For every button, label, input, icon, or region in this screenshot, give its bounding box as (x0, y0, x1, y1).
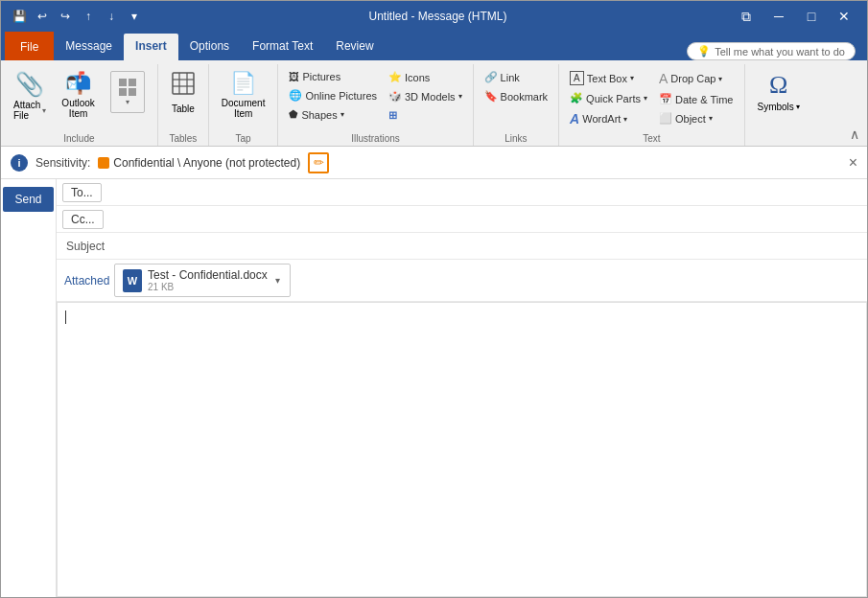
shapes-dropdown-icon: ▾ (340, 110, 344, 119)
to-btn[interactable]: To... (62, 183, 102, 202)
tab-message[interactable]: Message (54, 34, 124, 60)
table-btn[interactable]: Table (164, 66, 202, 119)
symbols-dropdown-icon: ▾ (796, 103, 800, 111)
outlook-item-icon: 📬 (65, 71, 91, 96)
cc-row: Cc... (57, 206, 867, 233)
tab-options[interactable]: Options (178, 34, 241, 60)
text-box-dropdown-icon: ▾ (630, 74, 634, 82)
document-item-btn[interactable]: 📄 DocumentItem (215, 66, 272, 124)
word-icon: W (123, 269, 142, 292)
send-btn[interactable]: Send (3, 187, 53, 212)
illustrations-label: Illustrations (278, 133, 472, 144)
illustrations-group-content: 🖼 Pictures 🌐 Online Pictures ⬟ Shapes ▾ (284, 64, 466, 130)
wordart-btn[interactable]: A WordArt ▾ (565, 108, 652, 129)
attachment-info: Test - Confidential.docx 21 KB (148, 268, 268, 292)
sensitivity-value: Confidential \ Anyone (not protected) (98, 156, 300, 170)
links-group-content: 🔗 Link 🔖 Bookmark (480, 64, 553, 130)
attachment-name: Test - Confidential.docx (148, 268, 268, 282)
drop-cap-dropdown-icon: ▾ (718, 75, 722, 83)
icons-btn[interactable]: ⭐ Icons (384, 68, 467, 86)
attachment-dropdown-btn[interactable]: ▾ (273, 275, 282, 286)
text-group-content: A Text Box ▾ 🧩 Quick Parts ▾ A WordArt ▾ (565, 64, 738, 131)
ribbon-group-text: A Text Box ▾ 🧩 Quick Parts ▾ A WordArt ▾ (559, 64, 744, 146)
3d-dropdown-icon: ▾ (458, 92, 462, 101)
restore-btn[interactable]: ⧉ (731, 5, 762, 28)
object-icon: ⬜ (659, 112, 672, 125)
ribbon-group-links: 🔗 Link 🔖 Bookmark Links (474, 64, 560, 146)
tab-file[interactable]: File (5, 32, 54, 62)
text-box-btn[interactable]: A Text Box ▾ (565, 68, 652, 88)
tables-label: Tables (158, 133, 208, 144)
redo-qat-btn[interactable]: ↪ (55, 6, 76, 27)
email-body[interactable] (57, 302, 867, 597)
svg-rect-0 (173, 73, 194, 94)
sensitivity-bar: i Sensitivity: Confidential \ Anyone (no… (1, 147, 867, 179)
cc-field[interactable] (109, 209, 867, 230)
attach-dropdown-icon[interactable]: ▾ (42, 106, 46, 115)
include-label: Include (1, 133, 157, 144)
tell-me-text: Tell me what you want to do (715, 46, 845, 58)
object-btn[interactable]: ⬜ Object ▾ (654, 109, 739, 127)
3d-models-btn[interactable]: 🎲 3D Models ▾ (384, 87, 467, 105)
tell-me-bar[interactable]: 💡 Tell me what you want to do (687, 42, 856, 60)
attach-file-btn[interactable]: 📎 AttachFile ▾ (7, 66, 53, 126)
symbols-label: Symbols (758, 102, 794, 112)
pictures-icon: 🖼 (289, 71, 299, 82)
to-row: To... (57, 179, 867, 206)
drop-cap-btn[interactable]: A Drop Cap ▾ (654, 68, 739, 89)
omega-icon: Ω (769, 71, 787, 100)
window-controls: ⧉ ─ □ ✕ (731, 5, 859, 28)
smartart-btn[interactable]: ⊞ (384, 106, 467, 125)
smartart-icon: ⊞ (388, 109, 397, 122)
ribbon-collapse-btn[interactable]: ∧ (842, 125, 867, 144)
date-time-icon: 📅 (659, 93, 672, 105)
bookmark-btn[interactable]: 🔖 Bookmark (480, 87, 553, 105)
tab-format-text[interactable]: Format Text (241, 34, 324, 60)
tab-review[interactable]: Review (324, 34, 385, 60)
link-btn[interactable]: 🔗 Link (480, 68, 553, 86)
email-main-row: Send To... Cc... Subject (1, 179, 867, 597)
close-btn[interactable]: ✕ (829, 5, 859, 28)
email-fields-and-body: To... Cc... Subject Attached W (57, 179, 867, 597)
table-label: Table (172, 104, 195, 114)
sensitivity-close-btn[interactable]: × (849, 154, 857, 172)
tables-group-content: Table (164, 64, 202, 130)
tab-insert[interactable]: Insert (124, 34, 178, 60)
bookmark-icon: 🔖 (484, 90, 498, 103)
save-qat-btn[interactable]: 💾 (9, 6, 30, 27)
tap-group-content: 📄 DocumentItem (215, 64, 272, 130)
up-qat-btn[interactable]: ↑ (78, 6, 99, 27)
main-window: 💾 ↩ ↪ ↑ ↓ ▾ Untitled - Message (HTML) ⧉ … (0, 0, 868, 598)
to-field[interactable] (107, 182, 867, 203)
compose-area: Send To... Cc... Subject (1, 179, 867, 597)
online-pictures-btn[interactable]: 🌐 Online Pictures (284, 86, 382, 104)
pictures-btn[interactable]: 🖼 Pictures (284, 68, 382, 85)
more-include-btn[interactable]: ▾ (104, 66, 152, 118)
date-time-btn[interactable]: 📅 Date & Time (654, 90, 739, 108)
customize-qat-btn[interactable]: ▾ (124, 6, 145, 27)
minimize-btn[interactable]: ─ (763, 5, 794, 28)
symbols-btn[interactable]: Ω Symbols ▾ (751, 66, 807, 117)
ribbon-group-tap: 📄 DocumentItem Tap (209, 64, 279, 146)
ribbon-group-symbols: Ω Symbols ▾ (745, 64, 812, 146)
outlook-item-btn[interactable]: 📬 OutlookItem (55, 66, 101, 124)
links-label: Links (474, 133, 559, 144)
title-bar-left: 💾 ↩ ↪ ↑ ↓ ▾ (9, 6, 145, 27)
object-dropdown-icon: ▾ (709, 114, 713, 123)
undo-qat-btn[interactable]: ↩ (32, 6, 53, 27)
subject-field[interactable] (114, 236, 867, 257)
symbols-group-content: Ω Symbols ▾ (751, 64, 807, 130)
cc-btn[interactable]: Cc... (62, 210, 104, 229)
ribbon-group-illustrations: 🖼 Pictures 🌐 Online Pictures ⬟ Shapes ▾ (278, 64, 473, 146)
wordart-icon: A (570, 111, 579, 126)
icons-icon: ⭐ (388, 71, 402, 83)
table-icon (171, 71, 196, 102)
down-qat-btn[interactable]: ↓ (101, 6, 122, 27)
quick-parts-btn[interactable]: 🧩 Quick Parts ▾ (565, 89, 652, 107)
maximize-btn[interactable]: □ (796, 5, 827, 28)
attachment-chip[interactable]: W Test - Confidential.docx 21 KB ▾ (114, 264, 291, 297)
sensitivity-edit-btn[interactable]: ✏ (308, 152, 329, 173)
shapes-btn[interactable]: ⬟ Shapes ▾ (284, 105, 382, 124)
subject-label: Subject (57, 236, 114, 257)
ribbon-content: 📎 AttachFile ▾ 📬 OutlookItem (1, 60, 867, 147)
